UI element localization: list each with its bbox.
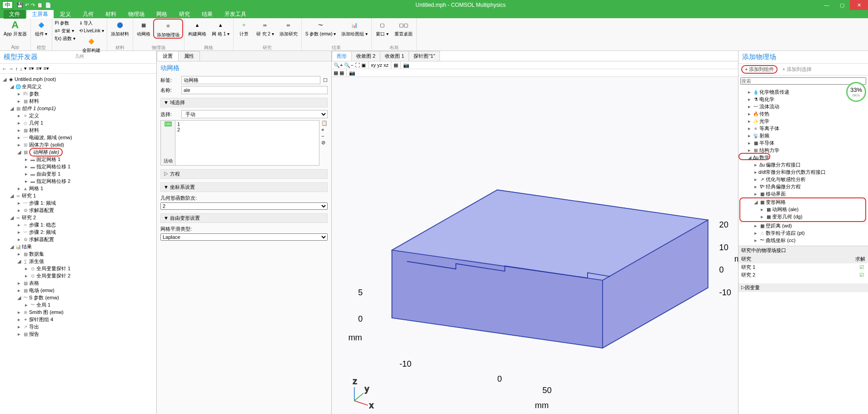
physics-node[interactable]: ▸🔥传热 <box>740 110 866 117</box>
snapshot-icon[interactable]: 📷 <box>349 70 355 76</box>
tree-node[interactable]: ▸▦电场 (emw) <box>1 287 155 294</box>
sel-all-icon[interactable]: ▦ <box>334 70 338 76</box>
tree-node[interactable]: ▸▦表格 <box>1 279 155 287</box>
tree-node[interactable]: ▸⚙求解器配置 <box>1 236 155 243</box>
tab-mesh[interactable]: 网格 <box>151 10 173 19</box>
add-icon[interactable]: + <box>321 127 328 132</box>
tree-node[interactable]: ▸〰步骤 2: 频域 <box>1 228 155 236</box>
tree-node[interactable]: ▸⊞固体力学 (solid) <box>1 141 155 148</box>
view-yz-icon[interactable]: yz <box>377 62 382 68</box>
sel-none-icon[interactable]: ▦ <box>339 70 344 76</box>
add-plotgroup-button[interactable]: 📊添加绘图组 ▾ <box>339 19 370 37</box>
tree-node[interactable]: ▸▦数据集 <box>1 250 155 257</box>
tree-node[interactable]: ▸〰步骤 1: 频域 <box>1 199 155 207</box>
tree-node[interactable]: ▸Pi参数 <box>1 90 155 97</box>
selection-dropdown[interactable]: 手动 <box>181 110 328 118</box>
tree-node[interactable]: ▸▬指定网格位移 2 <box>1 177 155 185</box>
remove-icon[interactable]: − <box>321 133 328 139</box>
tree-node[interactable]: ▸≈步骤 1: 稳态 <box>1 221 155 228</box>
ime-indicator[interactable]: 中 <box>2 1 13 9</box>
compute-button[interactable]: =计算 <box>234 19 254 37</box>
nav-down-icon[interactable]: ↓ <box>20 66 23 71</box>
tree-node[interactable]: ▸✦探针图组 4 <box>1 316 155 323</box>
tree-node[interactable]: ◢📊结果 <box>1 243 155 250</box>
tab-home[interactable]: 主屏幕 <box>26 10 54 19</box>
view-xz-icon[interactable]: xz <box>384 62 389 68</box>
build-mesh-button[interactable]: ▲构建网格 <box>185 19 209 37</box>
view-xy-icon[interactable]: xy <box>371 62 376 68</box>
zoom-in-icon[interactable]: 🔍+ <box>334 62 343 68</box>
definitions-params[interactable]: Pi 参数 a= 变量 ▾ f(x) 函数 ▾ <box>53 19 77 43</box>
physics-node[interactable]: ▸∴数学粒子追踪 (pt) <box>740 229 866 237</box>
physics-node[interactable]: ▸≈等离子体 <box>740 125 866 132</box>
tree-node[interactable]: ◢▦组件 1 (comp1) <box>1 105 155 112</box>
nav-up-icon[interactable]: ↑ <box>15 66 18 71</box>
qat-undo-icon[interactable]: ↶ <box>25 2 29 8</box>
camera-icon[interactable]: 📷 <box>403 62 409 68</box>
physics-node[interactable]: ▸▦变形几何 (dg) <box>740 213 863 220</box>
physics-node[interactable]: ▸d/dt常微分和微分代数方程接口 <box>740 168 866 176</box>
close-button[interactable]: ✕ <box>850 0 868 10</box>
tree-node[interactable]: ▸↗导出 <box>1 323 155 330</box>
tab-probe[interactable]: 探针图"1" <box>409 51 440 61</box>
import-button[interactable]: ⇓ 导入 <box>79 19 104 27</box>
tab-graphics[interactable]: 图形 <box>332 51 352 61</box>
physics-node[interactable]: ▸▦动网格 (ale) <box>740 206 863 213</box>
build-all-button[interactable]: 🔶全部构建 <box>77 35 106 53</box>
tab-conv1[interactable]: 收敛图 1 <box>380 51 409 61</box>
tree-node[interactable]: ▸▲网格 1 <box>1 185 155 192</box>
study-select-button[interactable]: ∞研 究 2 ▾ <box>254 19 277 37</box>
reset-desktop-button[interactable]: ▢▢重置桌面 <box>392 19 415 37</box>
physics-node[interactable]: ▸∇²经典偏微分方程 <box>740 183 866 190</box>
physics-node[interactable]: ▸↗优化与敏感性分析 <box>740 176 866 183</box>
tree-node[interactable]: ▸⊕Smith 图 (emw) <box>1 308 155 316</box>
physics-node[interactable]: ◢▦变形网格 <box>740 198 863 206</box>
physics-search-input[interactable] <box>740 77 866 85</box>
label-input[interactable] <box>181 76 320 84</box>
add-to-selection-button[interactable]: + 添加到选择 <box>782 66 811 73</box>
name-input[interactable] <box>181 86 328 94</box>
paste-icon[interactable]: 📋 <box>321 120 328 126</box>
tree-node[interactable]: ▸⊙全局变量探针 2 <box>1 272 155 279</box>
shape-order-dropdown[interactable]: 2 <box>160 202 328 210</box>
study-row[interactable]: 研究 2☑ <box>738 271 868 279</box>
graphics-canvas[interactable]: 0 5 mm -10 0 50 mm -10 0 10 20 mm z x y <box>332 77 738 414</box>
physics-node[interactable]: ▸📡射频 <box>740 132 866 139</box>
tree-node[interactable]: ▸◇几何 1 <box>1 119 155 126</box>
tab-file[interactable]: 文件 <box>4 10 25 19</box>
minimize-button[interactable]: — <box>819 0 834 10</box>
physics-node[interactable]: ▸〰流体流动 <box>740 103 866 110</box>
physics-tree[interactable]: ▸💧化学物质传递▸⚗电化学▸〰流体流动▸🔥传热▸✨光学▸≈等离子体▸📡射频▸▦半… <box>738 86 868 246</box>
tree-node[interactable]: ▸▦材料 <box>1 126 155 134</box>
tab-conv2[interactable]: 收敛图 2 <box>351 51 380 61</box>
tree-node[interactable]: ▸⊙全局变量探针 1 <box>1 265 155 272</box>
sparam-button[interactable]: 〜S 参数 (emw) ▾ <box>303 19 339 37</box>
tab-developer[interactable]: 开发工具 <box>219 10 252 19</box>
tree-toolbar[interactable]: ← → ↑ ↓ ▾≡▾≡▾≡▾ <box>0 64 156 74</box>
livelink-button[interactable]: ⟲ LiveLink ▾ <box>79 27 104 35</box>
window-button[interactable]: ▢窗口 ▾ <box>373 19 392 37</box>
link-icon[interactable]: ☐ <box>323 77 328 83</box>
tree-node[interactable]: ▸▬固定网格 1 <box>1 156 155 163</box>
add-physics-button[interactable]: ⚛添加物理场 <box>153 19 183 39</box>
domain-listbox[interactable]: ON 活动 12 <box>160 120 319 166</box>
smoothing-dropdown[interactable]: Laplace <box>160 233 328 241</box>
graphics-toolbar[interactable]: 🔍+ 🔍− ⛶ ▣ xy yz xz ▦ 📷 <box>332 61 738 69</box>
tree-node[interactable]: ▸▬指定网格位移 1 <box>1 163 155 170</box>
add-material-button[interactable]: 🔵添加材料 <box>108 19 132 37</box>
tab-properties[interactable]: 属性 <box>178 51 200 61</box>
tree-node[interactable]: ◢▦动网格 (ale) <box>1 148 155 156</box>
section-frame[interactable]: ▼ 坐标系设置 <box>160 182 328 192</box>
tab-settings[interactable]: 设置 <box>157 51 179 61</box>
qat-paste-icon[interactable]: 📄 <box>45 2 51 8</box>
tree-node[interactable]: ◢〜S 参数 (emw) <box>1 294 155 301</box>
tab-geometry[interactable]: 几何 <box>77 10 99 19</box>
zoom-ext-icon[interactable]: ⛶ <box>355 62 360 68</box>
section-equation[interactable]: ▷ 方程 <box>160 169 328 179</box>
app-builder-button[interactable]: AApp 开发器 <box>1 19 30 37</box>
physics-node[interactable]: ▸✨光学 <box>740 117 866 125</box>
tab-results[interactable]: 结果 <box>196 10 218 19</box>
physics-node[interactable]: ▸▦移动界面 <box>740 190 866 197</box>
tree-node[interactable]: ▸▦材料 <box>1 97 155 105</box>
moving-mesh-button[interactable]: ▦动网格 <box>134 19 153 37</box>
